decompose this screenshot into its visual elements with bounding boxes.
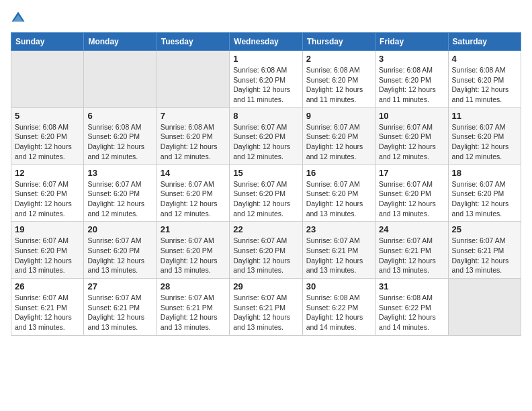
calendar-cell: 15Sunrise: 6:07 AM Sunset: 6:20 PM Dayli…: [230, 165, 302, 222]
logo-icon: [11, 11, 26, 26]
day-number: 28: [161, 281, 226, 291]
day-number: 10: [379, 111, 444, 121]
calendar-cell: 14Sunrise: 6:07 AM Sunset: 6:20 PM Dayli…: [157, 165, 229, 222]
day-info: Sunrise: 6:07 AM Sunset: 6:21 PM Dayligh…: [379, 236, 444, 275]
calendar-cell: 29Sunrise: 6:07 AM Sunset: 6:21 PM Dayli…: [230, 279, 302, 336]
calendar-cell: 21Sunrise: 6:07 AM Sunset: 6:20 PM Dayli…: [157, 222, 229, 279]
calendar-cell: 13Sunrise: 6:07 AM Sunset: 6:20 PM Dayli…: [84, 165, 157, 222]
day-number: 25: [452, 224, 517, 234]
day-info: Sunrise: 6:07 AM Sunset: 6:20 PM Dayligh…: [452, 122, 517, 162]
day-number: 9: [306, 111, 371, 121]
day-info: Sunrise: 6:08 AM Sunset: 6:20 PM Dayligh…: [306, 65, 371, 105]
calendar-cell: 1Sunrise: 6:08 AM Sunset: 6:20 PM Daylig…: [230, 51, 302, 108]
day-info: Sunrise: 6:07 AM Sunset: 6:20 PM Dayligh…: [306, 179, 371, 219]
weekday-header-monday: Monday: [84, 33, 157, 51]
day-info: Sunrise: 6:07 AM Sunset: 6:20 PM Dayligh…: [306, 122, 371, 162]
day-number: 4: [452, 54, 517, 64]
logo: [11, 11, 28, 26]
calendar-cell: 31Sunrise: 6:08 AM Sunset: 6:22 PM Dayli…: [375, 279, 448, 336]
weekday-header-thursday: Thursday: [302, 33, 375, 51]
day-number: 7: [161, 111, 226, 121]
day-info: Sunrise: 6:07 AM Sunset: 6:20 PM Dayligh…: [379, 179, 444, 219]
day-number: 20: [87, 224, 152, 234]
day-info: Sunrise: 6:07 AM Sunset: 6:21 PM Dayligh…: [87, 293, 152, 332]
weekday-header-tuesday: Tuesday: [157, 33, 229, 51]
day-number: 31: [379, 281, 444, 291]
day-info: Sunrise: 6:07 AM Sunset: 6:21 PM Dayligh…: [161, 293, 226, 332]
day-info: Sunrise: 6:08 AM Sunset: 6:20 PM Dayligh…: [452, 65, 517, 105]
day-number: 6: [87, 111, 152, 121]
header: [11, 11, 521, 26]
day-number: 23: [306, 224, 371, 234]
calendar-week-row: 19Sunrise: 6:07 AM Sunset: 6:20 PM Dayli…: [11, 222, 521, 279]
day-number: 1: [233, 54, 298, 64]
day-info: Sunrise: 6:07 AM Sunset: 6:20 PM Dayligh…: [15, 179, 80, 219]
day-number: 8: [233, 111, 298, 121]
day-number: 21: [161, 224, 226, 234]
day-number: 22: [233, 224, 298, 234]
calendar-cell: 18Sunrise: 6:07 AM Sunset: 6:20 PM Dayli…: [448, 165, 521, 222]
calendar-cell: 22Sunrise: 6:07 AM Sunset: 6:20 PM Dayli…: [230, 222, 302, 279]
day-info: Sunrise: 6:08 AM Sunset: 6:20 PM Dayligh…: [161, 122, 226, 162]
calendar-cell: 28Sunrise: 6:07 AM Sunset: 6:21 PM Dayli…: [157, 279, 229, 336]
calendar-week-row: 12Sunrise: 6:07 AM Sunset: 6:20 PM Dayli…: [11, 165, 521, 222]
calendar-week-row: 5Sunrise: 6:08 AM Sunset: 6:20 PM Daylig…: [11, 107, 521, 165]
day-number: 17: [379, 168, 444, 178]
day-number: 30: [306, 281, 371, 291]
day-info: Sunrise: 6:08 AM Sunset: 6:20 PM Dayligh…: [233, 65, 298, 105]
calendar-cell: 10Sunrise: 6:07 AM Sunset: 6:20 PM Dayli…: [375, 107, 448, 165]
day-number: 19: [15, 224, 80, 234]
calendar-cell: 8Sunrise: 6:07 AM Sunset: 6:20 PM Daylig…: [230, 107, 302, 165]
weekday-header-wednesday: Wednesday: [230, 33, 302, 51]
day-info: Sunrise: 6:07 AM Sunset: 6:21 PM Dayligh…: [233, 293, 298, 332]
day-number: 24: [379, 224, 444, 234]
weekday-header-row: SundayMondayTuesdayWednesdayThursdayFrid…: [11, 33, 521, 51]
calendar-cell: [448, 279, 521, 336]
day-number: 26: [15, 281, 80, 291]
calendar-cell: 12Sunrise: 6:07 AM Sunset: 6:20 PM Dayli…: [11, 165, 84, 222]
day-info: Sunrise: 6:07 AM Sunset: 6:21 PM Dayligh…: [15, 293, 80, 332]
day-number: 2: [306, 54, 371, 64]
calendar-cell: 5Sunrise: 6:08 AM Sunset: 6:20 PM Daylig…: [11, 107, 84, 165]
calendar-cell: 7Sunrise: 6:08 AM Sunset: 6:20 PM Daylig…: [157, 107, 229, 165]
calendar-week-row: 1Sunrise: 6:08 AM Sunset: 6:20 PM Daylig…: [11, 51, 521, 108]
day-number: 15: [233, 168, 298, 178]
weekday-header-friday: Friday: [375, 33, 448, 51]
calendar-cell: 25Sunrise: 6:07 AM Sunset: 6:21 PM Dayli…: [448, 222, 521, 279]
calendar-cell: 23Sunrise: 6:07 AM Sunset: 6:21 PM Dayli…: [302, 222, 375, 279]
day-info: Sunrise: 6:08 AM Sunset: 6:22 PM Dayligh…: [306, 293, 371, 332]
calendar-cell: [84, 51, 157, 108]
weekday-header-saturday: Saturday: [448, 33, 521, 51]
day-number: 5: [15, 111, 80, 121]
calendar-cell: 4Sunrise: 6:08 AM Sunset: 6:20 PM Daylig…: [448, 51, 521, 108]
day-number: 11: [452, 111, 517, 121]
calendar-cell: 17Sunrise: 6:07 AM Sunset: 6:20 PM Dayli…: [375, 165, 448, 222]
calendar-cell: 27Sunrise: 6:07 AM Sunset: 6:21 PM Dayli…: [84, 279, 157, 336]
calendar-cell: 16Sunrise: 6:07 AM Sunset: 6:20 PM Dayli…: [302, 165, 375, 222]
calendar-table: SundayMondayTuesdayWednesdayThursdayFrid…: [11, 32, 521, 336]
day-info: Sunrise: 6:07 AM Sunset: 6:20 PM Dayligh…: [161, 179, 226, 219]
day-number: 27: [87, 281, 152, 291]
day-number: 12: [15, 168, 80, 178]
calendar-cell: 11Sunrise: 6:07 AM Sunset: 6:20 PM Dayli…: [448, 107, 521, 165]
day-info: Sunrise: 6:07 AM Sunset: 6:21 PM Dayligh…: [306, 236, 371, 275]
day-number: 13: [87, 168, 152, 178]
day-info: Sunrise: 6:07 AM Sunset: 6:20 PM Dayligh…: [15, 236, 80, 275]
day-number: 29: [233, 281, 298, 291]
day-info: Sunrise: 6:07 AM Sunset: 6:20 PM Dayligh…: [161, 236, 226, 275]
calendar-cell: 9Sunrise: 6:07 AM Sunset: 6:20 PM Daylig…: [302, 107, 375, 165]
calendar-cell: 6Sunrise: 6:08 AM Sunset: 6:20 PM Daylig…: [84, 107, 157, 165]
day-info: Sunrise: 6:08 AM Sunset: 6:22 PM Dayligh…: [379, 293, 444, 332]
weekday-header-sunday: Sunday: [11, 33, 84, 51]
calendar-cell: 20Sunrise: 6:07 AM Sunset: 6:20 PM Dayli…: [84, 222, 157, 279]
day-info: Sunrise: 6:07 AM Sunset: 6:21 PM Dayligh…: [452, 236, 517, 275]
day-number: 3: [379, 54, 444, 64]
day-info: Sunrise: 6:08 AM Sunset: 6:20 PM Dayligh…: [379, 65, 444, 105]
day-info: Sunrise: 6:07 AM Sunset: 6:20 PM Dayligh…: [233, 179, 298, 219]
calendar-cell: 19Sunrise: 6:07 AM Sunset: 6:20 PM Dayli…: [11, 222, 84, 279]
day-info: Sunrise: 6:08 AM Sunset: 6:20 PM Dayligh…: [15, 122, 80, 162]
day-info: Sunrise: 6:07 AM Sunset: 6:20 PM Dayligh…: [233, 236, 298, 275]
calendar-cell: 3Sunrise: 6:08 AM Sunset: 6:20 PM Daylig…: [375, 51, 448, 108]
calendar-cell: 26Sunrise: 6:07 AM Sunset: 6:21 PM Dayli…: [11, 279, 84, 336]
day-info: Sunrise: 6:07 AM Sunset: 6:20 PM Dayligh…: [379, 122, 444, 162]
